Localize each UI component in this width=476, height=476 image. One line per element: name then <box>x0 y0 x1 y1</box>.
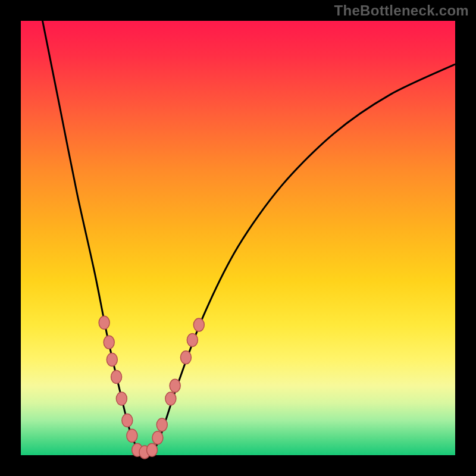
data-marker <box>122 414 133 427</box>
data-marker <box>107 353 117 366</box>
data-marker <box>156 418 167 431</box>
data-marker <box>180 351 191 364</box>
data-marker <box>127 429 137 442</box>
plot-area <box>21 21 455 455</box>
marker-group <box>99 316 204 459</box>
data-marker <box>99 316 109 329</box>
data-marker <box>187 334 198 347</box>
data-marker <box>111 371 122 384</box>
data-marker <box>146 443 157 456</box>
data-marker <box>116 392 127 405</box>
curve-right-branch <box>151 64 455 455</box>
data-marker <box>152 431 163 444</box>
watermark-text: TheBottleneck.com <box>334 2 469 19</box>
curve-left-branch <box>43 21 143 455</box>
data-marker <box>193 318 204 331</box>
data-marker <box>165 392 176 405</box>
chart-frame: TheBottleneck.com <box>0 0 476 476</box>
curve-layer <box>21 21 455 455</box>
data-marker <box>170 379 180 392</box>
data-marker <box>104 336 114 349</box>
